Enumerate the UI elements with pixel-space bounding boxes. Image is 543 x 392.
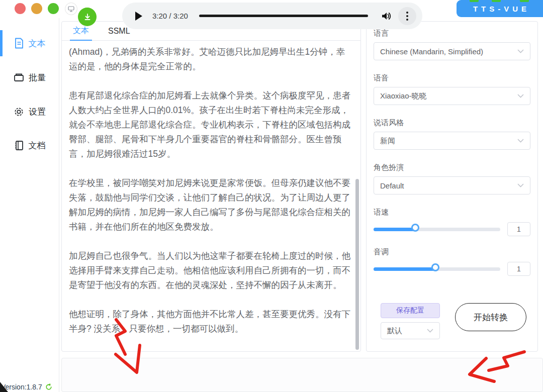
save-config-button[interactable]: 保存配置: [381, 303, 440, 318]
paragraph: 在学校里，被同学嘲笑对加尼姆来说更是家常便饭。但母亲仍建议他不要失落，鼓励他与同…: [69, 176, 352, 234]
sidebar-item-label: 文本: [29, 38, 46, 49]
cropped-annotation-mark: [0, 382, 8, 392]
pitch-slider[interactable]: [374, 267, 500, 271]
sidebar-item-label: 批量: [29, 72, 46, 83]
speed-slider-handle[interactable]: [411, 224, 419, 232]
voice-select[interactable]: Xiaoxiao-晓晓: [374, 87, 530, 105]
preset-select[interactable]: 默认: [381, 322, 440, 339]
voice-value: Xiaoxiao-晓晓: [380, 91, 427, 101]
paragraph: 他想证明，除了身体，其他方面他并不比常人差，甚至要更优秀。没有下半身? 没关系，…: [69, 307, 352, 336]
version-info: Version:1.8.7: [1, 383, 52, 391]
maximize-window-button[interactable]: [48, 3, 59, 14]
settings-actions: 保存配置 默认 开始转换: [374, 303, 530, 339]
sidebar-item-settings[interactable]: 设置: [0, 102, 59, 122]
sidebar-item-text[interactable]: 文本: [0, 33, 59, 53]
pitch-slider-fill: [374, 267, 437, 271]
chevron-down-icon: [427, 329, 433, 333]
paragraph: 患有尾部退化综合症的加尼姆看上去就像个异类。这个病极度罕见，患者人数大约占全世界…: [69, 88, 352, 161]
player-bar: [61, 358, 543, 392]
language-label: 语言: [374, 29, 530, 38]
language-select[interactable]: Chinese (Mandarin, Simplified): [374, 42, 530, 60]
sidebar-item-batch[interactable]: 批量: [0, 67, 59, 87]
seek-bar-fill: [199, 15, 368, 17]
editor-panel: 文本 SSML (Ahmad)，兄弟俩的关系非常好。艾哈迈德只比加尼姆早出生1分…: [61, 21, 361, 352]
voice-label: 语音: [374, 73, 530, 83]
preset-value: 默认: [387, 326, 402, 336]
seek-bar[interactable]: [199, 15, 368, 17]
speed-slider-row: [374, 222, 530, 236]
volume-icon[interactable]: [381, 11, 392, 21]
pitch-label: 音调: [374, 247, 530, 257]
chevron-down-icon: [517, 139, 524, 143]
tts-vue-app: TTS-VUE 文本 批量 设置 文档 Version:1.8.7 文本: [0, 0, 543, 392]
scrollbar-thumb[interactable]: [355, 179, 359, 350]
paragraph: 加尼姆自己也很争气。当人们以为他这辈子都要在轮椅上度过的时候，他选择用手臂来支撑…: [69, 249, 352, 292]
speed-slider-fill: [374, 228, 417, 231]
gear-icon: [14, 107, 24, 117]
settings-panel: 语言 Chinese (Mandarin, Simplified) 语音 Xia…: [366, 21, 538, 352]
app-logo-text: TTS-VUE: [470, 5, 530, 13]
pitch-value-input[interactable]: [507, 262, 530, 276]
speed-slider[interactable]: [374, 228, 500, 231]
sidebar: 文本 批量 设置 文档 Version:1.8.7: [0, 18, 59, 392]
sidebar-item-label: 设置: [29, 106, 46, 118]
chevron-down-icon: [517, 49, 524, 53]
document-icon: [14, 38, 24, 49]
speed-value-input[interactable]: [507, 222, 530, 236]
role-select[interactable]: Default: [374, 176, 530, 194]
pitch-slider-handle[interactable]: [431, 263, 439, 271]
monitor-icon[interactable]: [65, 3, 77, 15]
minimize-window-button[interactable]: [31, 3, 42, 14]
playback-time: 3:20 / 3:20: [152, 12, 188, 20]
sidebar-item-label: 文档: [29, 140, 46, 151]
start-convert-button[interactable]: 开始转换: [455, 303, 526, 331]
language-value: Chinese (Mandarin, Simplified): [380, 47, 483, 56]
close-window-button[interactable]: [15, 3, 26, 14]
logo-decoration: [470, 0, 479, 2]
logo-decoration: [520, 0, 529, 2]
notebook-icon: [14, 140, 24, 151]
logo-decoration: [492, 0, 501, 2]
pitch-slider-row: [374, 262, 530, 276]
kebab-menu-icon[interactable]: [398, 7, 416, 25]
style-select[interactable]: 新闻: [374, 132, 530, 150]
text-input-area[interactable]: (Ahmad)，兄弟俩的关系非常好。艾哈迈德只比加尼姆早出生1分钟，幸运的是，他…: [62, 41, 353, 349]
chevron-down-icon: [517, 94, 524, 98]
sidebar-item-docs[interactable]: 文档: [0, 135, 59, 155]
app-logo: TTS-VUE: [457, 0, 543, 17]
paragraph: (Ahmad)，兄弟俩的关系非常好。艾哈迈德只比加尼姆早出生1分钟，幸运的是，他…: [69, 45, 352, 74]
role-label: 角色扮演: [374, 163, 530, 172]
play-icon[interactable]: [135, 12, 142, 21]
role-value: Default: [380, 181, 404, 190]
refresh-icon[interactable]: [45, 383, 52, 390]
style-label: 说话风格: [374, 118, 530, 128]
download-icon: [83, 13, 92, 21]
audio-player: 3:20 / 3:20: [122, 3, 422, 29]
speed-label: 语速: [374, 208, 530, 217]
style-value: 新闻: [380, 136, 395, 146]
download-button[interactable]: [78, 8, 97, 26]
chevron-down-icon: [517, 183, 524, 187]
batch-box-icon: [14, 72, 24, 82]
